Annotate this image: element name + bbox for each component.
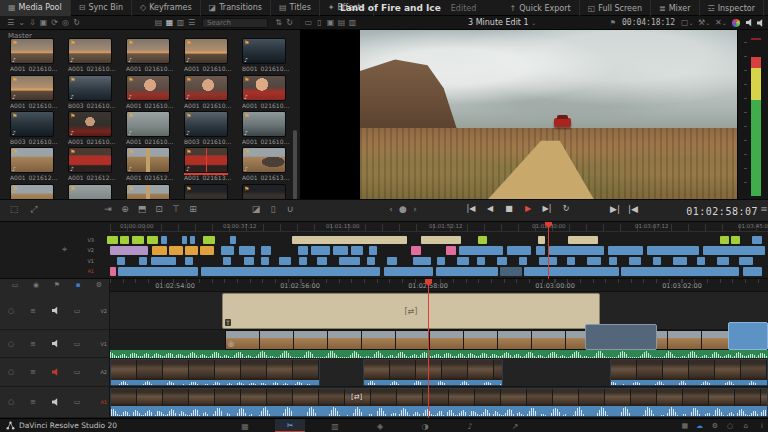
overview-clip[interactable] (223, 257, 231, 265)
close-up-icon[interactable]: ⊡ (151, 204, 167, 214)
selected-blue-clip[interactable] (728, 322, 768, 350)
overview-clip[interactable] (351, 246, 363, 255)
overview-clip[interactable] (697, 257, 705, 265)
timeline-menu-icon[interactable]: ≡ (756, 204, 768, 214)
media-clip[interactable]: ⚑♪ (10, 184, 60, 199)
overview-clip[interactable] (139, 257, 147, 265)
mixer-button[interactable]: ≣Mixer (651, 0, 700, 16)
overview-clip[interactable] (621, 267, 739, 276)
metadata-view-icon[interactable]: ▥ (175, 18, 186, 27)
overview-clip[interactable] (261, 246, 271, 255)
overview-clip[interactable] (279, 257, 291, 265)
deliver-page-button[interactable]: ↗ (500, 419, 530, 432)
audio-video-clip[interactable] (363, 359, 503, 386)
overview-clip[interactable] (367, 257, 375, 265)
overview-clip[interactable] (608, 246, 643, 255)
monitor-box-icon[interactable]: ▭ (66, 340, 88, 348)
media-pool-button[interactable]: ▦Media Pool (0, 0, 71, 16)
sync-bin-button[interactable]: ⊟Sync Bin (71, 0, 132, 16)
overview-clip[interactable] (152, 246, 167, 255)
overview-clip[interactable] (629, 257, 641, 265)
smart-insert-icon[interactable]: ⇥ (100, 204, 116, 214)
monitor-speaker-icon[interactable] (757, 19, 765, 27)
overview-clip[interactable] (437, 257, 445, 265)
media-clip[interactable]: ⚑♪ (68, 184, 118, 199)
overview-clip[interactable] (292, 236, 407, 244)
overview-clip[interactable] (117, 257, 125, 265)
media-clip[interactable]: ⚑♪A001_02161042_C... (184, 75, 234, 109)
overview-clip[interactable] (244, 257, 254, 265)
marker-flag-icon[interactable]: ⚑ (46, 281, 68, 289)
overview-clip[interactable] (339, 257, 360, 265)
overview-clip[interactable] (120, 236, 129, 244)
monitor-box-icon[interactable]: ▭ (66, 398, 88, 406)
overview-clip[interactable] (169, 246, 183, 255)
cut-page-button[interactable]: ✂ (275, 419, 305, 432)
overview-clip[interactable] (497, 257, 507, 265)
timeline-viewer-icon[interactable]: ▣ (325, 18, 336, 27)
timeline-tools-icon[interactable]: ⌖ (62, 244, 67, 255)
audio-video-clip[interactable] (110, 359, 320, 386)
overview-clip[interactable] (720, 236, 729, 244)
monitor-box-icon[interactable]: ▭ (66, 368, 88, 376)
media-clip[interactable]: ⚑♪A001_02161031_C... (10, 38, 60, 72)
overview-clip[interactable] (752, 236, 762, 244)
color-page-button[interactable]: ◑ (410, 419, 440, 432)
overview-clip[interactable] (200, 246, 214, 255)
overview-clip[interactable] (653, 257, 661, 265)
fader-icon[interactable]: ≡ (22, 368, 44, 376)
overview-clip[interactable] (299, 257, 307, 265)
overview-clip[interactable] (647, 246, 699, 255)
split-view-icon[interactable]: ▤ (336, 18, 347, 27)
overview-clip[interactable] (182, 236, 187, 244)
overview-clip[interactable] (239, 246, 255, 255)
cloud-sync-icon[interactable]: ☁ (696, 422, 703, 430)
media-clip[interactable]: ⚑♪A001_02161038_C... (10, 75, 60, 109)
snapping-icon[interactable]: ∪ (282, 204, 298, 214)
overview-clip[interactable] (230, 236, 236, 244)
media-clip[interactable]: ⚑♪ (126, 184, 176, 199)
lock-icon[interactable]: ○ (0, 398, 22, 406)
bin-list-icon[interactable]: ☰ (5, 18, 16, 27)
jog-right[interactable]: › (407, 204, 423, 214)
media-page-button[interactable]: ▦ (230, 419, 260, 432)
overview-clip[interactable] (161, 236, 167, 244)
new-bin-icon[interactable]: ▣ (38, 18, 49, 27)
home-icon[interactable]: ⌂ (744, 422, 748, 430)
overview-clip[interactable] (333, 246, 348, 255)
play-reverse-button[interactable]: ◀ (482, 204, 498, 213)
full-screen-button[interactable]: ◱Full Screen (580, 0, 651, 16)
audio-video-clip-a1[interactable]: [⇄] (110, 388, 768, 417)
import-media-icon[interactable]: ⇩ (27, 18, 38, 27)
loop-button[interactable]: ↻ (558, 204, 574, 213)
voiceover-mic-icon[interactable]: ◉ (25, 281, 47, 289)
title-clip[interactable]: [⇄]T (222, 293, 600, 329)
split-clip-icon[interactable]: ▯ (265, 204, 281, 214)
media-clip[interactable]: ⚑♪A001_02161257_C... (126, 147, 176, 181)
chevron-down-icon[interactable]: ⌄ (16, 18, 27, 27)
transitions-button[interactable]: ◪Transitions (201, 0, 271, 16)
overview-clip[interactable] (519, 257, 527, 265)
help-icon[interactable]: i (761, 422, 763, 430)
overlay-clip[interactable] (585, 324, 657, 350)
overview-clip[interactable] (201, 267, 380, 276)
green-audio-strip[interactable] (110, 350, 768, 358)
media-clip[interactable]: ⚑♪A001_02161245_C... (10, 147, 60, 181)
fader-icon[interactable]: ≡ (22, 398, 44, 406)
media-clip[interactable]: ⚑♪B003_02161040_C... (68, 75, 118, 109)
list-view-icon[interactable]: ☰ (186, 18, 197, 27)
next-edit-button[interactable]: ▶| (607, 204, 623, 214)
clip-info-icon[interactable]: ↻ (284, 18, 295, 27)
media-clip[interactable]: ⚑♪A001_02161034_C... (126, 38, 176, 72)
media-clip[interactable]: ⚑♪B003_02161046_C... (10, 111, 60, 145)
edit-page-button[interactable]: ▥ (320, 419, 350, 432)
append-icon[interactable]: ⊕ (117, 204, 133, 214)
search-input[interactable] (202, 18, 268, 28)
overview-clip[interactable] (387, 257, 397, 265)
linked-selection-icon[interactable]: ▪ (67, 281, 89, 289)
media-clip[interactable]: ⚑♪A001_02161046_C... (68, 111, 118, 145)
audio-video-clip[interactable] (610, 359, 768, 386)
overview-clip[interactable] (147, 236, 158, 244)
overview-clip[interactable] (110, 267, 116, 276)
video-frame[interactable] (360, 30, 737, 199)
